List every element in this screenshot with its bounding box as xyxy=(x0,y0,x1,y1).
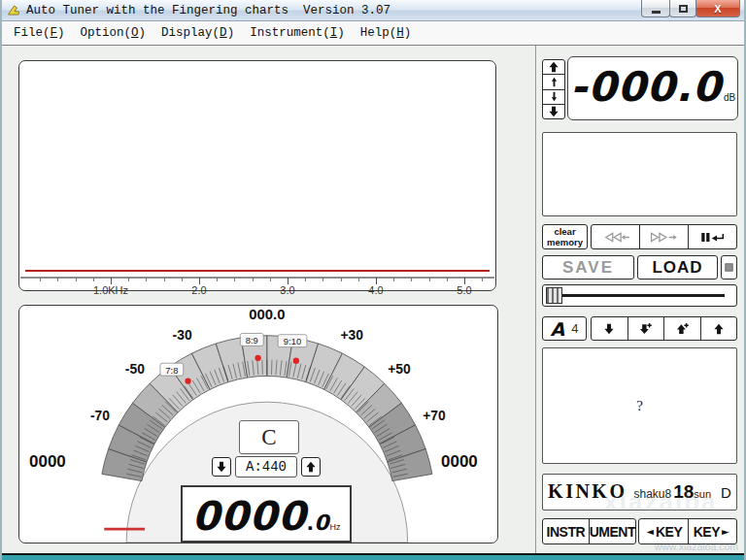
pause-button[interactable] xyxy=(688,225,736,248)
svg-text:000.0: 000.0 xyxy=(249,307,285,322)
instrument-display: KINKO shaku8 18 sun D xyxy=(542,474,737,511)
arrow-up-plus-icon xyxy=(676,322,689,335)
level-up-fast-button[interactable] xyxy=(543,60,564,74)
menu-item-display[interactable]: Display(D) xyxy=(155,24,244,42)
key-button-group: ◄ KEY KEY ► xyxy=(638,518,737,544)
reference-pitch-row: A:440 xyxy=(212,456,321,478)
rewind-button[interactable] xyxy=(592,225,639,248)
gauge-panel: 000.0-30+30-50+50-70+707:88:99:10 0000 0… xyxy=(18,305,498,544)
frequency-unit: Hz xyxy=(330,522,341,532)
axis-minor-tick xyxy=(482,278,483,281)
axis-label: 5.0 xyxy=(430,284,498,296)
axis-major-tick xyxy=(111,278,112,284)
note-step-group xyxy=(591,316,737,341)
axis-major-tick xyxy=(376,278,377,284)
menu-item-help[interactable]: Help(H) xyxy=(355,24,422,42)
arrow-down-icon xyxy=(549,91,560,102)
gauge-left-end-label: 0000 xyxy=(29,452,66,472)
instrument-size: 18 xyxy=(673,481,694,503)
clear-memory-button[interactable]: clear memory xyxy=(542,224,588,249)
key-down-label: KEY xyxy=(656,524,682,540)
save-button[interactable]: SAVE xyxy=(542,255,634,280)
axis-label: 3.0 xyxy=(254,284,322,296)
level-value: -000.0 xyxy=(570,57,722,117)
instrument-button-right[interactable]: UMENT xyxy=(589,519,635,544)
window-title: Auto Tuner with the Fingering charts Ver… xyxy=(26,4,390,17)
key-up-button[interactable]: KEY ► xyxy=(688,519,737,544)
axis-minor-tick xyxy=(253,278,254,281)
axis-minor-tick xyxy=(93,278,94,281)
stop-icon xyxy=(723,261,735,274)
spectrum-baseline xyxy=(25,270,490,272)
fast-forward-button[interactable] xyxy=(639,225,688,248)
axis-minor-tick xyxy=(217,278,218,281)
svg-text:-30: -30 xyxy=(173,327,192,343)
transport-group xyxy=(591,224,737,249)
arrow-down-plus-icon xyxy=(639,322,652,335)
close-button[interactable]: X xyxy=(695,0,740,17)
menu-item-instrument[interactable]: Instrument(I) xyxy=(244,24,355,42)
level-display: -000.0 dB xyxy=(567,56,738,120)
clear-memory-label-line2: memory xyxy=(547,237,583,247)
arrow-up-icon xyxy=(305,461,317,473)
arrow-up-bold-icon xyxy=(548,61,560,73)
maximize-button[interactable] xyxy=(669,0,696,17)
minimize-button[interactable] xyxy=(641,0,670,17)
menu-item-option[interactable]: Option(O) xyxy=(75,24,156,42)
note-up-plus-button[interactable] xyxy=(663,317,700,340)
note-down-plus-button[interactable] xyxy=(627,317,664,340)
key-down-button[interactable]: ◄ KEY xyxy=(639,519,688,544)
load-button[interactable]: LOAD xyxy=(637,255,718,280)
fingering-chart-box: ? xyxy=(542,347,737,464)
svg-text:8:9: 8:9 xyxy=(246,335,258,346)
arrow-down-icon xyxy=(603,323,615,335)
axis-label: 4.0 xyxy=(342,284,410,296)
level-down-button[interactable] xyxy=(543,89,564,104)
axis-minor-tick xyxy=(429,278,430,281)
axis-label: 2.0 xyxy=(165,284,233,296)
stop-button[interactable] xyxy=(721,255,737,280)
pitch-up-button[interactable] xyxy=(301,457,321,477)
instrument-key: D xyxy=(721,484,731,501)
app-window: Auto Tuner with the Fingering charts Ver… xyxy=(0,0,746,560)
menu-item-file[interactable]: File(F) xyxy=(8,24,75,42)
menu-bar: File(F)Option(O)Display(D)Instrument(I)H… xyxy=(2,21,744,45)
axis-major-tick xyxy=(288,278,288,284)
slider-track xyxy=(553,294,725,297)
level-unit: dB xyxy=(724,92,735,103)
instrument-button-left[interactable]: INSTR xyxy=(543,519,589,544)
arrow-down-icon xyxy=(216,461,227,473)
svg-text:+30: +30 xyxy=(340,327,363,343)
arrow-up-icon xyxy=(549,77,560,87)
memory-list[interactable] xyxy=(542,132,737,216)
note-up-button[interactable] xyxy=(700,317,737,340)
instrument-label-right: UMENT xyxy=(590,524,635,540)
app-icon xyxy=(6,3,22,18)
axis-minor-tick xyxy=(128,278,129,281)
instrument-size-unit: sun xyxy=(694,488,711,500)
level-stepper xyxy=(542,59,565,119)
slider-thumb[interactable] xyxy=(546,287,562,304)
instrument-button-group: INSTR UMENT xyxy=(542,518,636,544)
title-bar[interactable]: Auto Tuner with the Fingering charts Ver… xyxy=(2,0,744,21)
level-up-button[interactable] xyxy=(543,74,564,88)
axis-minor-tick xyxy=(393,278,394,281)
client-area: 1.0KHz2.03.04.05.0 000.0-30+30-50+50-70+… xyxy=(2,45,744,553)
note-down-button[interactable] xyxy=(592,317,627,340)
axis-minor-tick xyxy=(234,278,235,281)
close-icon: X xyxy=(714,3,721,15)
octave-number: 4 xyxy=(571,321,578,336)
frequency-decimal: 0 xyxy=(314,511,328,535)
svg-text:-70: -70 xyxy=(90,408,110,423)
level-down-fast-button[interactable] xyxy=(543,104,564,118)
playback-slider[interactable] xyxy=(542,284,737,307)
note-a4-button[interactable]: A 4 xyxy=(542,316,587,341)
axis-minor-tick xyxy=(76,278,77,281)
axis-minor-tick xyxy=(57,278,58,281)
pause-icon xyxy=(699,231,726,244)
axis-minor-tick xyxy=(358,278,359,281)
window-controls: X xyxy=(642,0,740,17)
instrument-label-left: INSTR xyxy=(547,524,586,540)
pitch-down-button[interactable] xyxy=(212,457,231,477)
svg-text:+50: +50 xyxy=(388,361,411,377)
